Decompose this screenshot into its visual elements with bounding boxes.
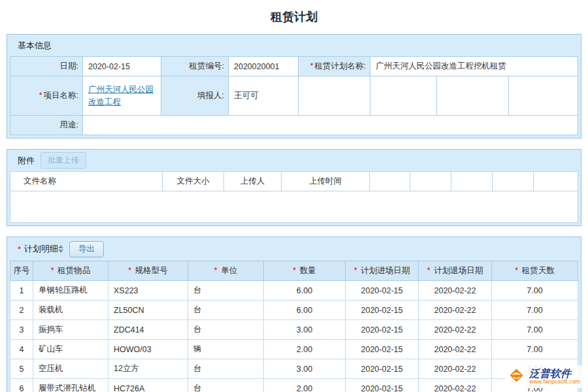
export-button[interactable]: 导出	[69, 241, 104, 257]
plan-details-title-wrap: * 计划明细	[18, 243, 63, 255]
table-cell: 12立方	[108, 359, 188, 379]
attachments-header: 附件 批量上传	[10, 150, 578, 171]
table-row[interactable]: 2装载机ZL50CN台6.002020-02-152020-02-227.00	[10, 301, 578, 320]
table-cell: 6.00	[264, 281, 346, 301]
brand-text-wrap: 泛普软件 www.fanpusoft.com	[529, 368, 580, 385]
table-cell: 3.00	[264, 359, 346, 379]
column-header: 文件名称	[10, 172, 163, 191]
table-row[interactable]: 5空压机12立方台3.002020-02-152020-02-227.00	[10, 359, 578, 379]
required-mark: *	[515, 266, 520, 275]
table-cell: 2020-02-15	[346, 340, 419, 359]
brand-watermark: 泛普软件 www.fanpusoft.com	[505, 365, 583, 388]
table-cell: 2020-02-22	[419, 340, 492, 359]
empty-cell	[437, 76, 509, 116]
table-cell: 2020-02-15	[346, 379, 419, 392]
table-cell: 7.00	[492, 281, 578, 301]
empty-cell	[299, 76, 370, 116]
table-cell: 7.00	[492, 301, 578, 320]
table-cell: 3.00	[264, 320, 346, 340]
table-cell: 2020-02-15	[346, 281, 419, 301]
label-text: 填报人:	[197, 91, 224, 100]
label-text: 日期:	[60, 61, 78, 71]
table-cell: 2020-02-15	[346, 301, 419, 320]
column-header: * 数量	[264, 261, 346, 281]
sort-icon[interactable]	[58, 245, 63, 253]
required-mark: *	[354, 266, 359, 275]
batch-upload-button[interactable]: 批量上传	[41, 152, 86, 169]
column-header: * 租赁天数	[492, 261, 578, 281]
plan-name-value: 广州天河人民公园改造工程挖机租赁	[370, 57, 578, 76]
required-mark: *	[310, 61, 314, 71]
table-cell: HC726A	[108, 379, 188, 392]
plan-name-label: *租赁计划名称:	[299, 57, 370, 76]
table-cell: 2020-02-15	[346, 359, 419, 379]
empty-cell	[370, 76, 437, 116]
empty-area	[10, 191, 578, 223]
form-row-1: 日期: 2020-02-15 租赁编号: 2020020001 *租赁计划名称:…	[10, 57, 578, 76]
required-mark: *	[427, 266, 433, 275]
required-mark: *	[128, 266, 133, 275]
column-header: * 规格型号	[108, 261, 188, 281]
table-cell: ZDC414	[108, 320, 188, 340]
label-text: 租赁编号:	[189, 61, 224, 71]
plan-details-title: 计划明细	[24, 243, 58, 255]
table-cell: 3	[10, 320, 33, 340]
table-cell: XS223	[108, 281, 188, 301]
column-header: 上传人	[224, 172, 282, 191]
table-cell: 6	[10, 379, 33, 392]
page-title: 租赁计划	[0, 0, 588, 34]
form-row-3: 用途:	[10, 116, 578, 135]
date-label: 日期:	[10, 57, 83, 76]
rental-no-label: 租赁编号:	[161, 57, 229, 76]
fanpu-logo-icon	[508, 367, 525, 387]
table-cell: 单钢轮压路机	[33, 281, 108, 301]
table-row[interactable]: 3振捣车ZDC414台3.002020-02-152020-02-227.00	[10, 320, 578, 340]
table-row[interactable]: 4矿山车HOWO/03辆2.002020-02-152020-02-227.00	[10, 340, 578, 359]
required-mark: *	[39, 91, 42, 100]
attachments-body	[10, 191, 578, 223]
table-row[interactable]: 1单钢轮压路机XS223台6.002020-02-152020-02-227.0…	[10, 281, 578, 301]
project-label: *项目名称:	[10, 76, 83, 116]
column-header	[370, 172, 410, 191]
column-header: 序号	[10, 261, 33, 281]
column-header: * 租赁物品	[33, 261, 108, 281]
table-cell: 2.00	[264, 340, 346, 359]
table-cell: 2020-02-15	[346, 320, 419, 340]
column-header: * 单位	[188, 261, 264, 281]
basic-info-title: 基本信息	[18, 40, 52, 52]
project-link[interactable]: 广州天河人民公园改造工程	[88, 84, 161, 108]
column-header: 上传时间	[282, 172, 370, 191]
plan-details-header-row: 序号* 租赁物品* 规格型号* 单位* 数量* 计划进场日期* 计划退场日期* …	[10, 261, 578, 281]
table-cell: 台	[188, 320, 264, 340]
required-mark: *	[293, 266, 298, 275]
attachments-header-row: 文件名称文件大小上传人上传时间	[10, 172, 578, 191]
table-cell: 矿山车	[33, 340, 108, 359]
table-cell: 7.00	[492, 320, 578, 340]
plan-details-body: 1单钢轮压路机XS223台6.002020-02-152020-02-227.0…	[10, 281, 578, 392]
table-cell: 空压机	[33, 359, 108, 379]
project-value-cell: 广州天河人民公园改造工程	[83, 76, 161, 116]
column-header: * 计划退场日期	[419, 261, 492, 281]
table-cell: 2020-02-22	[419, 359, 492, 379]
column-header: 文件大小	[163, 172, 224, 191]
table-cell: 5	[10, 359, 33, 379]
brand-url: www.fanpusoft.com	[529, 379, 580, 385]
attachments-panel: 附件 批量上传 文件名称文件大小上传人上传时间	[7, 149, 581, 226]
table-cell: 装载机	[33, 301, 108, 320]
rental-no-value: 2020020001	[229, 57, 299, 76]
column-header	[410, 172, 451, 191]
reporter-value: 王可可	[229, 76, 299, 116]
label-text: 用途:	[60, 120, 78, 129]
reporter-label: 填报人:	[161, 76, 229, 116]
table-cell: 2.00	[264, 379, 346, 392]
table-cell: 辆	[188, 340, 264, 359]
table-cell: 2020-02-22	[419, 379, 492, 392]
column-header	[534, 172, 578, 191]
table-row[interactable]: 6履带式潜孔钻机HC726A台2.002020-02-152020-02-227…	[10, 379, 578, 392]
table-cell: 2	[10, 301, 33, 320]
required-mark: *	[214, 266, 220, 275]
column-header: * 计划进场日期	[346, 261, 419, 281]
table-cell: HOWO/03	[108, 340, 188, 359]
brand-name: 泛普软件	[529, 368, 580, 380]
plan-details-panel: * 计划明细 导出 序号* 租赁物品* 规格型号* 单位* 数量* 计划进场日期…	[7, 237, 581, 392]
